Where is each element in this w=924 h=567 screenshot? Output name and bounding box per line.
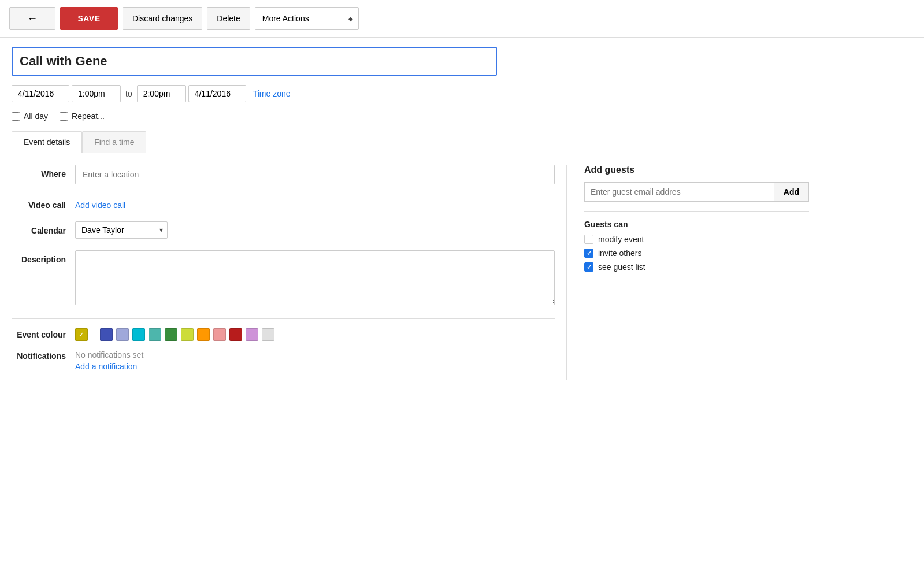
colour-swatch-yellow[interactable]: ✓ [75, 328, 88, 341]
content-area: Where Video call Add video call Calendar [12, 153, 912, 380]
notifications-content: No notifications set Add a notification [75, 350, 143, 371]
calendar-row: Calendar Dave Taylor Other Calendar [12, 221, 555, 239]
colour-divider [94, 328, 94, 341]
to-label: to [123, 89, 135, 98]
calendar-select[interactable]: Dave Taylor Other Calendar [75, 221, 168, 239]
main-content: to Time zone All day Repeat... Event det… [0, 38, 924, 390]
colour-swatch-grey[interactable] [262, 328, 274, 341]
guest-email-input[interactable] [584, 182, 774, 202]
event-colour-row: Event colour ✓ [12, 328, 555, 341]
add-video-call-link[interactable]: Add video call [75, 196, 125, 210]
datetime-row: to Time zone [12, 85, 912, 102]
colour-swatches: ✓ [75, 328, 274, 341]
guests-can-modify: modify event [584, 235, 809, 244]
colour-swatch-lavender[interactable] [246, 328, 258, 341]
guests-can-divider [584, 211, 809, 212]
more-actions-select[interactable]: More Actions Duplicate Publish event Exp… [255, 7, 359, 30]
tab-event-details-label: Event details [24, 138, 70, 147]
colour-swatch-green[interactable] [165, 328, 177, 341]
guests-can-title: Guests can [584, 220, 809, 229]
delete-button[interactable]: Delete [207, 7, 250, 30]
back-button[interactable]: ← [9, 7, 55, 30]
tab-find-time-label: Find a time [94, 138, 134, 147]
calendar-control: Dave Taylor Other Calendar [75, 221, 555, 239]
toolbar: ← SAVE Discard changes Delete More Actio… [0, 0, 924, 38]
colour-swatch-salmon[interactable] [213, 328, 226, 341]
where-row: Where [12, 165, 555, 184]
tabs: Event details Find a time [12, 131, 912, 153]
checks-row: All day Repeat... [12, 112, 912, 121]
invite-others-checkbox[interactable] [584, 249, 593, 258]
repeat-label[interactable]: Repeat... [60, 112, 105, 121]
add-guest-button[interactable]: Add [774, 182, 809, 202]
save-button[interactable]: SAVE [60, 7, 118, 30]
event-colour-label: Event colour [12, 330, 75, 339]
section-divider [12, 318, 555, 319]
all-day-label[interactable]: All day [12, 112, 48, 121]
end-date-input[interactable] [188, 85, 246, 102]
colour-swatch-blue[interactable] [100, 328, 113, 341]
repeat-text: Repeat... [72, 112, 105, 121]
colour-swatch-yellow-green[interactable] [181, 328, 194, 341]
repeat-checkbox[interactable] [60, 112, 68, 121]
tab-find-time[interactable]: Find a time [82, 131, 146, 153]
video-call-row: Video call Add video call [12, 196, 555, 210]
description-label: Description [12, 250, 75, 264]
colour-swatch-cyan[interactable] [132, 328, 145, 341]
description-textarea[interactable] [75, 250, 555, 305]
start-time-input[interactable] [72, 85, 121, 102]
end-time-input[interactable] [137, 85, 186, 102]
video-call-label: Video call [12, 196, 75, 210]
panel-right: Add guests Add Guests can modify event i… [566, 165, 809, 380]
back-icon: ← [27, 13, 38, 25]
calendar-label: Calendar [12, 221, 75, 235]
see-guest-list-label: see guest list [598, 262, 645, 272]
tab-event-details[interactable]: Event details [12, 131, 82, 153]
form-left: Where Video call Add video call Calendar [12, 165, 555, 380]
location-input[interactable] [75, 165, 555, 184]
see-guest-list-checkbox[interactable] [584, 262, 593, 272]
all-day-text: All day [24, 112, 48, 121]
description-control [75, 250, 555, 307]
guests-can-see: see guest list [584, 262, 809, 272]
all-day-checkbox[interactable] [12, 112, 20, 121]
colour-swatch-teal[interactable] [149, 328, 161, 341]
add-guests-title: Add guests [584, 165, 809, 175]
notifications-row: Notifications No notifications set Add a… [12, 350, 555, 371]
calendar-select-wrapper: Dave Taylor Other Calendar [75, 221, 168, 239]
colour-swatch-red[interactable] [229, 328, 242, 341]
description-row: Description [12, 250, 555, 307]
more-actions-wrapper: More Actions Duplicate Publish event Exp… [255, 7, 359, 30]
notifications-label: Notifications [12, 350, 75, 361]
video-call-control: Add video call [75, 196, 555, 210]
timezone-link[interactable]: Time zone [253, 89, 291, 98]
modify-event-checkbox[interactable] [584, 235, 593, 244]
colour-swatch-light-blue[interactable] [116, 328, 129, 341]
discard-button[interactable]: Discard changes [123, 7, 202, 30]
event-title-input[interactable] [12, 47, 497, 76]
guests-can-invite: invite others [584, 249, 809, 258]
modify-event-label: modify event [598, 235, 644, 244]
add-notification-link[interactable]: Add a notification [75, 362, 143, 371]
where-label: Where [12, 165, 75, 179]
where-control [75, 165, 555, 184]
invite-others-label: invite others [598, 249, 641, 258]
colour-swatch-orange[interactable] [197, 328, 210, 341]
guest-input-row: Add [584, 182, 809, 202]
start-date-input[interactable] [12, 85, 69, 102]
no-notifications-text: No notifications set [75, 350, 143, 360]
